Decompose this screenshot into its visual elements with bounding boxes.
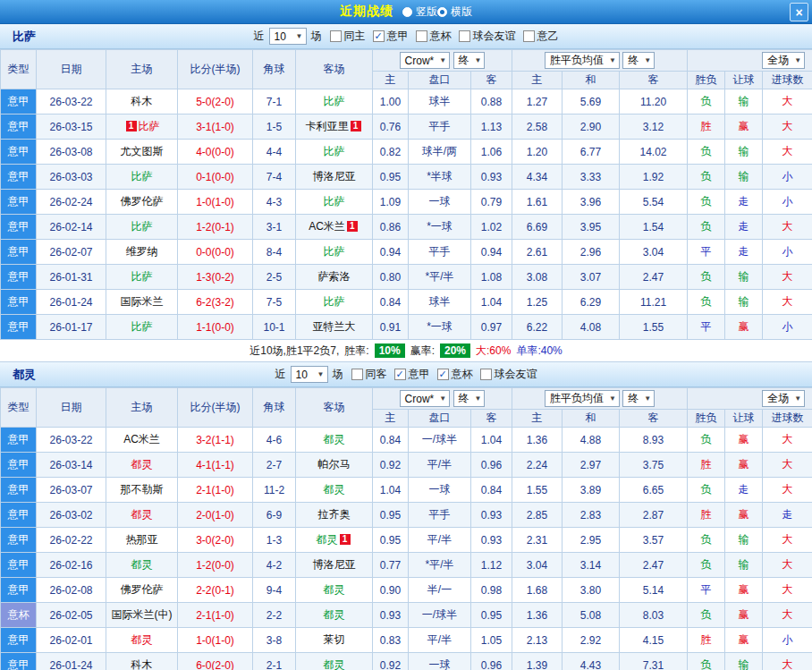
result-cell: 胜: [688, 453, 725, 478]
result-cell: 负: [688, 603, 725, 628]
avg-away-cell: 1.55: [620, 315, 688, 340]
avg-home-cell: 1.39: [512, 653, 562, 670]
goals-cell: 大: [763, 603, 812, 628]
corner-cell: 7-5: [253, 290, 296, 315]
goals-cell: 大: [763, 453, 812, 478]
odds-final-select[interactable]: 终▼: [453, 52, 486, 69]
col-home: 主场: [106, 388, 178, 428]
odds-away-cell: 1.06: [471, 140, 512, 165]
goals-cell: 大: [763, 290, 812, 315]
date-cell: 26-01-31: [37, 265, 106, 290]
close-button[interactable]: ×: [790, 3, 808, 21]
match-row: 意甲26-01-24科木6-0(2-0)2-1都灵0.92一球0.961.394…: [1, 653, 812, 670]
away-team-cell: 萨索洛: [296, 265, 373, 290]
col-avg-draw: 和: [562, 410, 620, 428]
avg-final-select[interactable]: 终▼: [622, 52, 655, 69]
profit-rate-badge: 20%: [440, 343, 470, 358]
corner-cell: 10-1: [253, 315, 296, 340]
date-cell: 26-01-24: [37, 290, 106, 315]
odds-home-cell: 0.92: [373, 653, 409, 670]
match-count-select[interactable]: 10▼: [291, 366, 328, 383]
home-team-name: 尤文图斯: [121, 145, 164, 157]
avg-away-cell: 2.47: [620, 553, 688, 578]
horizontal-layout-radio[interactable]: 横版: [437, 4, 472, 20]
bookmaker-select[interactable]: Crow*▼: [400, 52, 451, 69]
goals-cell: 小: [763, 628, 812, 653]
match-row: 意甲26-02-16都灵1-2(0-0)4-2博洛尼亚0.77*平/半1.123…: [1, 553, 812, 578]
bookmaker-select[interactable]: Crow*▼: [400, 390, 451, 407]
home-team-name: 国际米兰(中): [112, 608, 173, 621]
select-value: Crow*: [405, 393, 435, 405]
team-name: 比萨: [13, 29, 36, 45]
checkbox-icon: [480, 369, 492, 380]
horizontal-layout-radio-label: 横版: [451, 4, 472, 20]
goals-cell: 大: [763, 653, 812, 670]
match-row: 意甲26-01-17比萨1-1(0-0)10-1亚特兰大0.91*一球0.976…: [1, 315, 812, 340]
away-team-cell: 亚特兰大: [296, 315, 373, 340]
col-score: 比分(半场): [178, 50, 253, 89]
avg-home-cell: 1.25: [512, 290, 562, 315]
corner-cell: 8-4: [253, 240, 296, 265]
home-team-name: 佛罗伦萨: [121, 583, 164, 596]
odds-home-cell: 1.04: [373, 478, 409, 503]
date-cell: 26-02-16: [37, 553, 106, 578]
filter-checkbox[interactable]: ✓意甲: [394, 367, 430, 382]
home-team-name: 都灵: [131, 558, 153, 571]
away-team-name: 亚特兰大: [313, 320, 356, 333]
filter-checkbox[interactable]: ✓意杯: [437, 367, 473, 382]
home-team-name: 国际米兰: [121, 295, 164, 308]
result-cell: 胜: [688, 114, 725, 140]
filter-checkbox[interactable]: 意杯: [416, 29, 452, 44]
odds-away-cell: 0.96: [471, 653, 512, 670]
home-team-name: 都灵: [131, 508, 153, 521]
match-count-select[interactable]: 10▼: [269, 28, 307, 45]
match-row: 意甲26-03-02都灵2-0(1-0)6-9拉齐奥0.95平手0.932.85…: [1, 503, 812, 528]
filter-checkbox[interactable]: 球会友谊: [459, 29, 516, 44]
torino-section: 都灵 近 10▼ 场 同客✓意甲✓意杯球会友谊 类型 日期 主场 比分(半场) …: [0, 362, 812, 670]
titlebar-center: 近期战绩 竖版横版: [0, 4, 812, 20]
scope-group-header: 全场▼: [688, 388, 812, 410]
filter-checkbox[interactable]: ✓意甲: [373, 29, 409, 44]
home-team-cell: 比萨: [106, 165, 178, 190]
away-team-name: 都灵: [324, 483, 345, 496]
odds-away-cell: 0.93: [471, 528, 512, 553]
col-avg-home: 主: [512, 72, 562, 89]
match-row: 意甲26-03-14都灵4-1(1-1)2-7帕尔马0.92平/半0.962.2…: [1, 453, 812, 478]
scope-select[interactable]: 全场▼: [762, 390, 805, 407]
away-team-name: 都灵: [324, 658, 345, 670]
date-cell: 26-03-14: [37, 453, 106, 478]
select-value: 全场: [767, 53, 789, 68]
odds-away-cell: 0.98: [471, 578, 512, 603]
away-team-cell: 帕尔马: [296, 453, 373, 478]
vertical-layout-radio[interactable]: 竖版: [402, 4, 437, 20]
filter-checkbox[interactable]: 球会友谊: [480, 367, 537, 382]
avg-final-select[interactable]: 终▼: [622, 390, 655, 407]
result-cell: 负: [688, 215, 725, 240]
home-team-cell: 佛罗伦萨: [106, 190, 178, 215]
avg-away-cell: 1.54: [620, 215, 688, 240]
match-row: 意甲26-03-08尤文图斯4-0(0-0)4-4比萨0.82球半/两1.061…: [1, 140, 812, 165]
col-goals: 进球数: [763, 72, 812, 89]
handicap-cell: *一球: [409, 215, 471, 240]
handicap-result-cell: 赢: [725, 503, 763, 528]
score-cell: 0-1(0-0): [178, 165, 253, 190]
big-rate-text: 大:60%: [476, 343, 511, 359]
score-cell: 2-0(1-0): [178, 503, 253, 528]
away-team-cell: 比萨: [296, 89, 373, 114]
filter-checkbox[interactable]: 同客: [351, 367, 387, 382]
avg-select[interactable]: 胜平负均值▼: [545, 52, 620, 69]
home-team-cell: AC米兰: [106, 428, 178, 453]
avg-home-cell: 6.69: [512, 215, 562, 240]
odds-final-select[interactable]: 终▼: [453, 390, 486, 407]
radio-icon: [437, 7, 447, 17]
filter-checkbox[interactable]: 同主: [330, 29, 366, 44]
score-cell: 1-0(1-0): [178, 628, 253, 653]
corner-cell: 2-1: [253, 653, 296, 670]
handicap-result-cell: 赢: [725, 628, 763, 653]
filter-checkbox[interactable]: 意乙: [523, 29, 559, 44]
avg-draw-cell: 2.96: [562, 240, 620, 265]
select-value: 终: [628, 391, 639, 406]
scope-select[interactable]: 全场▼: [762, 52, 805, 69]
handicap-result-cell: 走: [725, 215, 763, 240]
avg-select[interactable]: 胜平负均值▼: [545, 390, 620, 407]
